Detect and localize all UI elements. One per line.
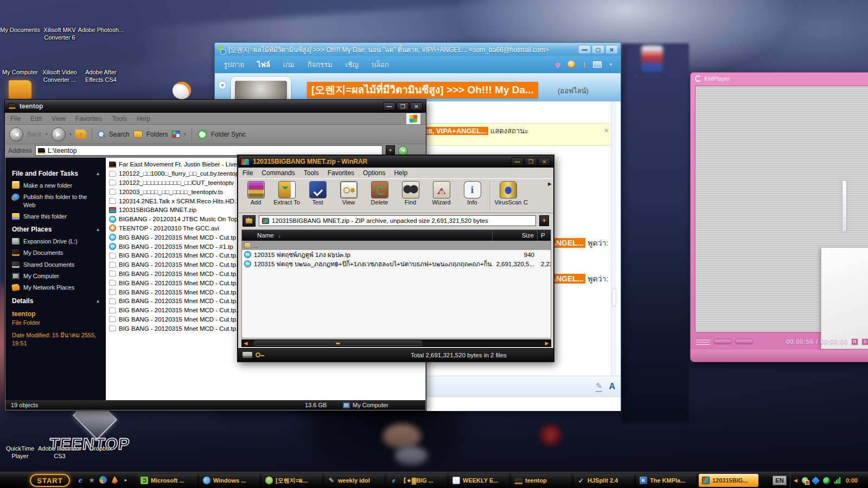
taskbar-button[interactable]: Microsoft ...: [137, 474, 197, 487]
tray-collapse-icon[interactable]: ◀: [794, 478, 797, 483]
minimize-button[interactable]: —: [578, 45, 591, 54]
taskbar-button[interactable]: 120315BIG...: [699, 474, 758, 487]
toolbar-button[interactable]: Extract To: [271, 180, 302, 213]
taskbar-button[interactable]: weekly idol: [324, 474, 384, 487]
toolbar-button[interactable]: VirusScan: [493, 180, 524, 213]
heart-icon[interactable]: ♥: [556, 60, 560, 69]
scrollbar-thumb[interactable]: [254, 341, 422, 346]
msn-title-bar[interactable]: [오렌지=ผลไม้ที่มีวิตามินซีสูง] >>> Oh!!! M…: [215, 43, 621, 56]
msn-menu-item[interactable]: ไฟล์: [257, 59, 270, 70]
media-player-icon[interactable]: [99, 476, 107, 484]
up-directory-button[interactable]: [242, 215, 256, 227]
menu-item[interactable]: Options: [363, 169, 385, 177]
archive-path-combo[interactable]: 120315BIGBANG MNET.zip - ZIP archive, un…: [259, 215, 536, 226]
collapse-icon[interactable]: ▲: [95, 171, 100, 176]
chevron-down-icon[interactable]: ▾: [184, 132, 186, 137]
folders-icon[interactable]: [133, 131, 143, 138]
place-link[interactable]: Expansion Drive (L:): [12, 237, 100, 245]
close-button[interactable]: ✕: [605, 45, 618, 54]
tasks-section-header[interactable]: File and Folder Tasks ▲: [12, 170, 100, 177]
msn-menu-item[interactable]: เกม: [283, 59, 295, 70]
volume-slider[interactable]: [843, 181, 846, 232]
toolbar-button[interactable]: Add: [240, 180, 271, 213]
folders-label[interactable]: Folders: [146, 131, 168, 138]
taskbar-button[interactable]: HJSplit 2.4: [574, 474, 634, 487]
folder-sync-label[interactable]: Folder Sync: [211, 131, 246, 138]
chevron-down-icon[interactable]: ▾: [46, 132, 48, 137]
msn-menu-item[interactable]: รูปถ่าย: [224, 59, 244, 70]
menu-item[interactable]: Help: [394, 169, 407, 177]
back-button[interactable]: ◀: [9, 127, 23, 142]
details-section-header[interactable]: Details ▲: [12, 297, 100, 305]
archive-row[interactable]: 120315 ฟตฤซพ์ภฎตูพ์ 1ภง ผ๖ป๓.tp 940: [242, 250, 551, 259]
handwriting-icon[interactable]: ✎: [596, 381, 603, 392]
collapse-icon[interactable]: ▲: [95, 227, 100, 232]
chat-scrollbar[interactable]: [611, 101, 616, 376]
toolbar-button[interactable]: Info: [457, 180, 488, 213]
control-button[interactable]: [713, 339, 732, 344]
go-button[interactable]: ➜: [398, 146, 408, 156]
place-link[interactable]: My Computer: [12, 272, 100, 280]
menu-item[interactable]: Edit: [30, 115, 42, 123]
menu-item[interactable]: Commands: [261, 169, 295, 177]
menu-item[interactable]: Tools: [304, 169, 319, 177]
toolbar-button[interactable]: Test: [302, 180, 333, 213]
task-link[interactable]: Publish this folder to the Web: [12, 193, 100, 209]
toolbar-overflow-icon[interactable]: ▶: [548, 181, 552, 187]
folder-sync-icon[interactable]: [197, 130, 207, 139]
size-column-header[interactable]: Size: [493, 230, 538, 241]
close-button[interactable]: ✕: [410, 102, 423, 111]
forward-button[interactable]: ▶: [52, 127, 66, 142]
menu-grip[interactable]: [696, 338, 710, 345]
gom-player-icon[interactable]: [173, 82, 191, 99]
taskbar-clock[interactable]: 0:00: [846, 477, 858, 484]
repeat-badge[interactable]: R: [851, 338, 858, 345]
msn-menu-item[interactable]: กิจกรรม: [308, 59, 333, 70]
window-options-icon[interactable]: [593, 61, 602, 68]
desktop-icon[interactable]: Adobe After Effects CS4: [78, 46, 124, 84]
quick-launch-overflow-icon[interactable]: ▸: [122, 476, 130, 484]
menu-item[interactable]: View: [52, 115, 66, 123]
archive-row[interactable]: 120315 ฟตฤซ บ๒น๐_ภฮภฎท฿+ป๊ก็+1ภงเวชภฮล๐บ…: [242, 259, 551, 268]
views-icon[interactable]: [172, 131, 180, 138]
taskbar-button[interactable]: Windows ...: [200, 474, 259, 487]
taskbar-button[interactable]: The KMPla...: [636, 474, 696, 487]
menu-item[interactable]: File: [10, 115, 21, 123]
alert-icon[interactable]: !: [583, 60, 585, 69]
dropbox-tray-icon[interactable]: [812, 476, 820, 485]
restore-button[interactable]: ❐: [397, 102, 409, 111]
msn-menu-item[interactable]: เชิญ: [346, 59, 359, 70]
collapse-icon[interactable]: ▲: [95, 298, 100, 304]
close-button[interactable]: ✕: [538, 157, 551, 166]
archive-row[interactable]: ..: [242, 241, 551, 250]
scrollbar-thumb[interactable]: [612, 288, 616, 306]
toolbar-button[interactable]: Find: [395, 180, 426, 213]
toolbar-button[interactable]: Wizard: [426, 180, 457, 213]
place-link[interactable]: My Network Places: [12, 284, 100, 291]
maximize-button[interactable]: ▢: [592, 45, 604, 54]
idm-tray-icon[interactable]: [823, 477, 830, 484]
task-link[interactable]: Make a new folder: [12, 182, 100, 189]
folder-icon[interactable]: [9, 80, 31, 99]
toolbar-button[interactable]: Delete: [364, 180, 395, 213]
search-label[interactable]: Search: [109, 131, 130, 138]
menu-item[interactable]: Help: [137, 115, 150, 123]
menu-item[interactable]: Favorites: [328, 169, 354, 177]
search-icon[interactable]: [98, 131, 105, 138]
winrar-title-bar[interactable]: 120315BIGBANG MNET.zip - WinRAR — ❐ ✕: [238, 156, 553, 168]
scroll-right-icon[interactable]: ▶: [543, 341, 551, 346]
menu-item[interactable]: Favorites: [75, 115, 102, 123]
chevron-down-icon[interactable]: ▾: [609, 62, 612, 67]
start-button[interactable]: START: [30, 474, 70, 487]
taskbar-button[interactable]: WEEKLY E...: [449, 474, 509, 487]
places-section-header[interactable]: Other Places ▲: [12, 226, 100, 233]
collapse-button[interactable]: ▼: [218, 81, 227, 89]
restore-button[interactable]: ❐: [525, 157, 537, 166]
place-link[interactable]: My Documents: [12, 249, 100, 256]
desktop-icon[interactable]: Xilisoft Video Converter ...: [36, 46, 83, 84]
kmplayer-title-bar[interactable]: KMPlayer: [691, 73, 868, 85]
scroll-left-icon[interactable]: ◀: [242, 341, 250, 346]
scrollbar-track[interactable]: [250, 340, 543, 346]
network-signal-icon[interactable]: [834, 477, 840, 484]
explorer-title-bar[interactable]: teentop — ❐ ✕: [5, 100, 426, 113]
